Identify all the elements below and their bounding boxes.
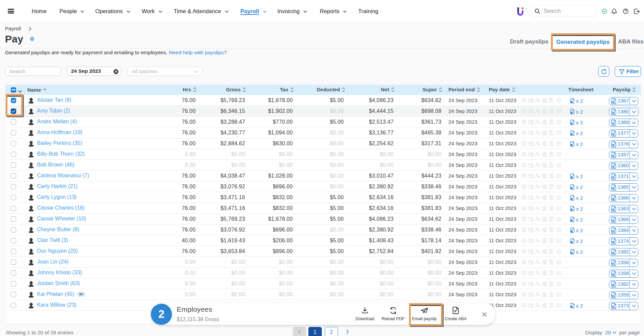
svg-text:PDF: PDF [612,187,615,189]
svg-text:PDF: PDF [612,112,615,113]
svg-text:PDF: PDF [612,101,615,102]
svg-text:PDF: PDF [612,230,615,232]
svg-text:PDF: PDF [612,241,615,243]
svg-text:PDF: PDF [612,263,615,264]
svg-text:PDF: PDF [612,176,615,178]
svg-text:PDF: PDF [612,295,615,297]
svg-text:PDF: PDF [612,209,615,210]
svg-text:PDF: PDF [612,133,615,135]
svg-text:PDF: PDF [612,252,615,253]
svg-text:PDF: PDF [612,198,615,200]
svg-text:PDF: PDF [612,122,615,124]
svg-text:PDF: PDF [612,219,615,221]
svg-text:PDF: PDF [612,306,615,307]
svg-text:PDF: PDF [612,144,615,146]
svg-text:PDF: PDF [612,284,615,286]
svg-text:PDF: PDF [612,165,615,167]
svg-text:PDF: PDF [612,273,615,275]
svg-text:PDF: PDF [612,155,615,156]
